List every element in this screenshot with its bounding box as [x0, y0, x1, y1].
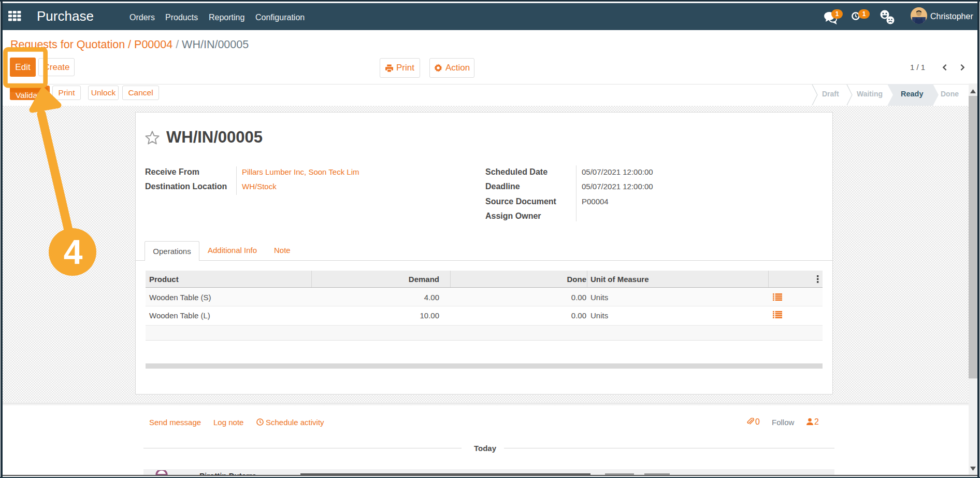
svg-text:Done: Done — [941, 90, 959, 98]
svg-text:Waiting: Waiting — [857, 90, 883, 98]
svg-text:Ready: Ready — [901, 90, 924, 98]
svg-text:Draft: Draft — [822, 90, 839, 98]
svg-text:4: 4 — [64, 233, 83, 271]
